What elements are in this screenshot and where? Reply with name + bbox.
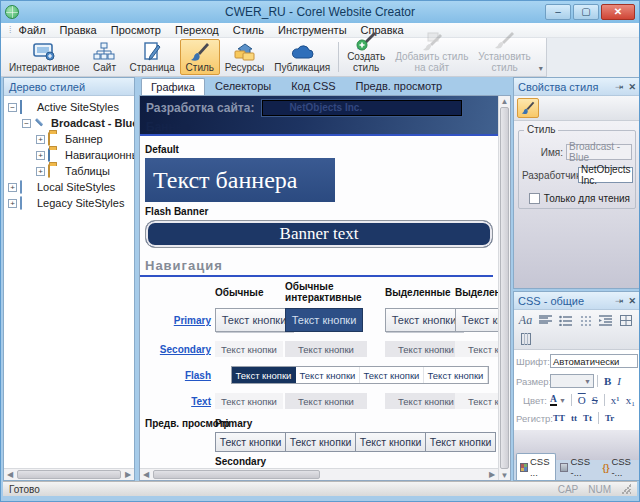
editor-horizontal-scrollbar[interactable]: ◀ ▶	[140, 468, 498, 480]
scroll-left-icon[interactable]: ◀	[140, 470, 152, 480]
font-color-button[interactable]: A	[550, 394, 557, 406]
pin-icon[interactable]: 📌︎	[613, 294, 626, 307]
banner-preview[interactable]: Текст баннера	[145, 158, 335, 202]
tree-item-broadcast-blue[interactable]: − Broadcast - Blue	[4, 115, 134, 131]
row-link-text[interactable]: Text	[191, 396, 211, 407]
collapse-icon[interactable]: −	[22, 119, 31, 128]
tree-item-nav-panels[interactable]: + Навигационные панели	[4, 147, 134, 163]
dots-grid-button[interactable]	[577, 313, 594, 328]
scroll-up-icon[interactable]: ▲	[499, 96, 511, 106]
uppercase-button[interactable]: TT	[553, 413, 565, 423]
subscript-button[interactable]: x₁	[626, 394, 635, 406]
tab-css-code[interactable]: Код CSS	[281, 77, 345, 95]
pin-icon[interactable]: 📌︎	[613, 80, 626, 93]
lowercase-button[interactable]: tt	[571, 413, 577, 423]
nav-button-sample[interactable]: Текст кнопки	[215, 432, 286, 452]
tree-item-local-sitestyles[interactable]: + Local SiteStyles	[4, 179, 134, 195]
table-button[interactable]	[617, 313, 634, 328]
interactive-button[interactable]: Интерактивное	[4, 39, 84, 75]
nav-button-sample[interactable]: Текст кнопки	[232, 367, 296, 383]
font-combo[interactable]: Автоматически	[550, 354, 638, 368]
row-link-secondary[interactable]: Secondary	[160, 344, 211, 355]
style-name-field[interactable]: Broadcast - Blue	[566, 144, 632, 160]
nav-button-sample[interactable]: Текст кнопки	[385, 308, 463, 332]
superscript-button[interactable]: x¹	[611, 394, 620, 406]
strikethrough-button[interactable]: S	[592, 394, 598, 406]
add-style-button[interactable]: Добавить стиль на сайт	[390, 39, 473, 75]
resize-grip[interactable]	[621, 484, 631, 494]
site-developer-field[interactable]: NetObjects Inc.	[262, 100, 462, 116]
developer-field[interactable]: NetObjects Inc.	[578, 167, 633, 183]
menu-view[interactable]: Просмотр	[111, 24, 161, 36]
tab-graphics[interactable]: Графика	[141, 78, 205, 95]
nav-button-sample[interactable]: Текст кнопки	[215, 308, 293, 332]
maximize-button[interactable]: ▢	[573, 4, 599, 20]
nav-button-sample[interactable]: Текст кнопки	[215, 341, 283, 357]
column-button[interactable]	[517, 331, 534, 346]
tab-css-code[interactable]: {} CSS -...	[599, 454, 638, 480]
expand-icon[interactable]: +	[36, 135, 45, 144]
tree-item-legacy-sitestyles[interactable]: + Legacy SiteStyles	[4, 195, 134, 211]
capitalize-button[interactable]: Tt	[583, 413, 592, 423]
bold-button[interactable]: B	[604, 375, 611, 387]
row-link-flash[interactable]: Flash	[185, 370, 211, 381]
nav-button-sample[interactable]: Текст кнопки	[285, 341, 367, 357]
style-button[interactable]: Стиль	[180, 39, 220, 75]
style-brush-button[interactable]	[517, 98, 539, 118]
minimize-button[interactable]: –	[545, 4, 571, 20]
publish-button[interactable]: Публикация	[269, 39, 335, 75]
tree-item-tables[interactable]: + Таблицы	[4, 163, 134, 179]
nav-button-sample[interactable]: Текст кнопки	[296, 367, 360, 383]
tab-preview[interactable]: Предв. просмотр	[346, 77, 453, 95]
toolbar-overflow-button[interactable]: ▾	[536, 39, 546, 75]
menu-go[interactable]: Переход	[175, 24, 219, 36]
nav-button-sample[interactable]: Текст кнопки	[285, 393, 367, 409]
nav-button-sample[interactable]: Текст кнопки	[425, 432, 496, 452]
site-button[interactable]: Сайт	[84, 39, 124, 75]
font-style-button[interactable]: Aa	[517, 313, 534, 328]
nav-button-sample[interactable]: Текст кнопки	[285, 308, 363, 332]
scrollbar-thumb[interactable]	[17, 470, 121, 479]
overline-button[interactable]: O	[578, 394, 586, 406]
menu-tools[interactable]: Инструменты	[278, 24, 347, 36]
assets-button[interactable]: Ресурсы	[220, 39, 269, 75]
readonly-checkbox[interactable]	[529, 193, 540, 204]
nav-button-sample[interactable]: Текст кнопки	[455, 308, 498, 332]
set-style-button[interactable]: Установить стиль	[473, 39, 536, 75]
close-button[interactable]: ✕	[601, 4, 635, 20]
smallcaps-button[interactable]: Tr	[605, 413, 614, 423]
list-button[interactable]	[557, 313, 574, 328]
scrollbar-thumb[interactable]	[153, 470, 320, 479]
nav-button-sample[interactable]: Текст кнопки	[215, 393, 283, 409]
nav-button-sample[interactable]: Текст кнопки	[424, 367, 488, 383]
nav-button-sample[interactable]: Текст кнопки	[355, 432, 426, 452]
menu-style[interactable]: Стиль	[233, 24, 264, 36]
nav-button-sample[interactable]: Текст кнопки	[285, 432, 356, 452]
scroll-left-icon[interactable]: ◀	[4, 470, 16, 480]
chevron-down-icon[interactable]: ▼	[559, 397, 566, 404]
flash-banner-preview[interactable]: Banner text	[145, 220, 493, 248]
tab-selectors[interactable]: Селекторы	[205, 77, 281, 95]
italic-button[interactable]: I	[617, 375, 621, 387]
expand-icon[interactable]: +	[36, 151, 45, 160]
menu-file[interactable]: Файл	[19, 24, 46, 36]
page-button[interactable]: Страница	[124, 39, 179, 75]
nav-button-sample[interactable]: Текст кнопки	[455, 393, 498, 409]
tab-css-background[interactable]: CSS -...	[557, 454, 598, 480]
scroll-down-icon[interactable]: ▼	[499, 470, 511, 480]
editor-vertical-scrollbar[interactable]: ▲ ▼	[498, 96, 510, 480]
tree-item-active-sitestyles[interactable]: − Active SiteStyles	[4, 99, 134, 115]
scrollbar-thumb[interactable]	[500, 107, 509, 469]
nav-button-sample[interactable]: Текст кнопки	[455, 341, 498, 357]
scroll-right-icon[interactable]: ▶	[122, 470, 134, 480]
nav-button-sample[interactable]: Текст кнопки	[360, 367, 424, 383]
size-combo[interactable]: ▼	[550, 374, 594, 388]
scroll-right-icon[interactable]: ▶	[486, 470, 498, 480]
tab-css-common[interactable]: CSS ...	[516, 453, 556, 480]
close-panel-icon[interactable]: ✕	[628, 296, 636, 306]
tree-item-banner[interactable]: + Баннер	[4, 131, 134, 147]
row-link-primary[interactable]: Primary	[174, 315, 211, 326]
indent-button[interactable]	[597, 313, 614, 328]
expand-icon[interactable]: +	[8, 183, 17, 192]
collapse-icon[interactable]: −	[8, 103, 17, 112]
